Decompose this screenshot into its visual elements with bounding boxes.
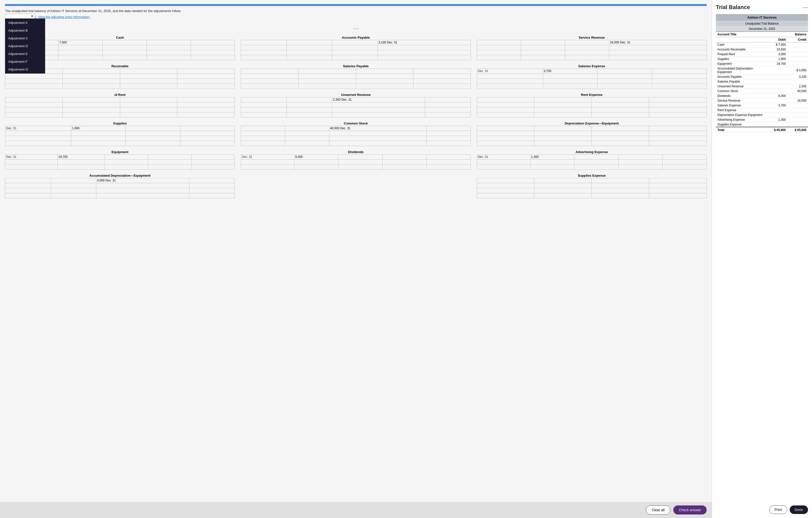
advertising-expense-account: Advertising Expense Dec. 311,300: [477, 150, 707, 170]
print-button[interactable]: Print: [770, 506, 787, 514]
table-row: Equipment19,700: [716, 61, 808, 66]
check-answer-button[interactable]: Check answer: [673, 506, 707, 515]
accumulated-depreciation-title: Accumulated Depreciation—Equipment: [5, 174, 235, 178]
account-cell: Salaries Expense: [716, 103, 766, 108]
dropdown-item-e[interactable]: Adjustment E: [5, 50, 45, 58]
debit-cell: [766, 108, 787, 113]
credit-cell: 40,500: [787, 89, 808, 93]
debit-cell: 19,700: [766, 61, 787, 66]
credit-cell: 16,000: [787, 99, 808, 103]
table-row: Rent Expense: [716, 108, 808, 113]
read-req-row: Read the requirements.: [5, 20, 707, 24]
account-cell: Common Stock: [716, 89, 766, 93]
dropdown-item-c[interactable]: Adjustment C: [5, 34, 45, 42]
accounts-payable-title: Accounts Payable: [241, 36, 471, 39]
dividends-title: Dividends: [241, 150, 471, 154]
account-cell: Unearned Revenue: [716, 84, 766, 89]
credit-cell: [787, 61, 808, 66]
account-cell: Depreciation Expense-Equipment: [716, 113, 766, 117]
supplies-title: Supplies: [5, 121, 235, 125]
credit-cell: [787, 108, 808, 113]
right-panel: Trial Balance — Ashton IT Services Unadj…: [712, 0, 812, 518]
panel-title: Trial Balance: [716, 4, 750, 10]
table-row: Dividends9,300: [716, 93, 808, 99]
debit-cell: [766, 122, 787, 127]
credit-cell: [787, 79, 808, 84]
account-col-header: Account Title: [716, 32, 766, 37]
equipment-account: Equipment Dec. 3119,700: [5, 150, 235, 170]
account-cell: Equipment: [716, 61, 766, 66]
debit-cell: [766, 75, 787, 79]
total-debit: $ 65,900: [766, 127, 787, 133]
account-cell: Service Revenue: [716, 99, 766, 103]
credit-cell: 3,100: [787, 75, 808, 79]
credit-cell: [787, 122, 808, 127]
account-col-header2: [716, 37, 766, 43]
rent-expense-account: Rent Expense: [477, 93, 707, 117]
account-cell: Supplies Expense: [716, 122, 766, 127]
table-row: Supplies Expense: [716, 122, 808, 127]
account-cell: Rent Expense: [716, 108, 766, 113]
dropdown-item-g[interactable]: Adjustment G: [5, 65, 45, 73]
debit-col-header: Debit: [766, 37, 787, 43]
debit-cell: $ 7,500: [766, 43, 787, 47]
table-row: Accumulated Depreciation-Equipment$ 4,00…: [716, 66, 808, 75]
rent-expense-title: Rent Expense: [477, 93, 707, 97]
common-stock-title: Common Stock: [241, 121, 471, 125]
accumulated-depreciation-account: Accumulated Depreciation—Equipment 4,000…: [5, 174, 235, 198]
credit-cell: [787, 113, 808, 117]
chevron-down-icon: ▼: [31, 15, 33, 18]
credit-cell: [787, 103, 808, 108]
minimize-icon[interactable]: —: [803, 4, 808, 10]
table-row: Salaries Payable: [716, 79, 808, 84]
account-cell: Salaries Payable: [716, 79, 766, 84]
trial-balance-table: Ashton IT Services Unadjusted Trial Bala…: [716, 14, 808, 133]
top-bar: [5, 4, 707, 6]
clear-all-button[interactable]: Clear all: [646, 506, 670, 515]
account-cell: Accounts Payable: [716, 75, 766, 79]
main-content: The unadjusted trial balance of Ashton I…: [0, 0, 712, 518]
salaries-expense-title: Salaries Expense: [477, 64, 707, 68]
table-row: Supplies1,900: [716, 57, 808, 61]
account-cell: Dividends: [716, 93, 766, 99]
collapse-button[interactable]: • • •: [5, 27, 707, 31]
panel-buttons: Print Done: [716, 503, 808, 514]
total-credit: $ 65,900: [787, 127, 808, 133]
prepaid-rent-title: id Rent: [5, 93, 235, 97]
supplies-account: Supplies Dec. 311,900: [5, 121, 235, 146]
table-row: Prepaid Rent3,000: [716, 52, 808, 57]
credit-cell: [787, 57, 808, 61]
credit-cell: [787, 47, 808, 52]
action-bar: Clear all Check answer: [0, 502, 712, 518]
balance-col-header: Balance: [766, 32, 808, 37]
account-cell: Accounts Receivable: [716, 47, 766, 52]
table-row: Cash$ 7,500: [716, 43, 808, 47]
table-row: Advertising Expense1,300: [716, 117, 808, 122]
debit-cell: 1,300: [766, 117, 787, 122]
table-row: Accounts Receivable19,500: [716, 47, 808, 52]
done-button[interactable]: Done: [790, 506, 808, 514]
account-cell: Advertising Expense: [716, 117, 766, 122]
debit-cell: 3,700: [766, 103, 787, 108]
credit-cell: 2,300: [787, 84, 808, 89]
view-adjusting-entry-link[interactable]: View the adjusting entry information.: [38, 15, 90, 19]
accounts-payable-account: Accounts Payable 3,100 Dec. 31: [241, 36, 471, 60]
dropdown-item-f[interactable]: Adjustment F: [5, 58, 45, 65]
debit-cell: [766, 113, 787, 117]
common-stock-account: Common Stock 40,500 Dec. 31: [241, 121, 471, 146]
credit-cell: [787, 43, 808, 47]
total-label: Total: [716, 127, 766, 133]
dropdown-item-b[interactable]: Adjustment B: [5, 27, 45, 34]
subtitle: Unadjusted Trial Balance: [716, 21, 808, 26]
debit-cell: 9,300: [766, 93, 787, 99]
links-row: View the trial balance. View the adjusti…: [5, 15, 707, 19]
dropdown-item-d[interactable]: Adjustment D: [5, 42, 45, 50]
adjustment-dropdown-trigger[interactable]: ▼: [5, 14, 35, 19]
table-row: Service Revenue16,000: [716, 99, 808, 103]
account-cell: Supplies: [716, 57, 766, 61]
empty-block: [241, 174, 471, 198]
salaries-expense-account: Salaries Expense Dec. 313,700: [477, 64, 707, 89]
dropdown-item-a[interactable]: Adjustment A: [5, 19, 45, 27]
debit-cell: [766, 99, 787, 103]
dividends-account: Dividends Dec. 319,300: [241, 150, 471, 170]
